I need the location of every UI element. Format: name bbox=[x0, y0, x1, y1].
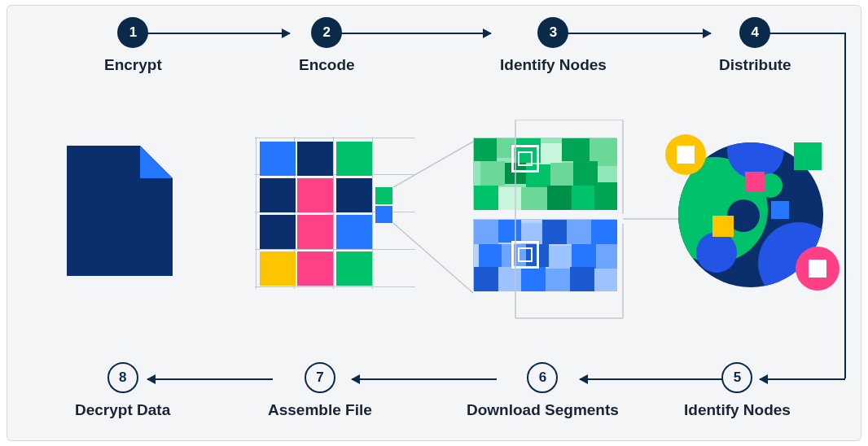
step-5: 5 Identify Nodes bbox=[684, 362, 791, 419]
arrow-6-7 bbox=[352, 378, 497, 380]
step-7: 7 Assemble File bbox=[268, 362, 372, 419]
step-1-badge: 1 bbox=[117, 17, 148, 48]
step-1: 1 Encrypt bbox=[104, 17, 162, 74]
globe-node-pink-sq bbox=[745, 172, 765, 191]
arrow-5-6 bbox=[580, 378, 722, 380]
globe-node-pink bbox=[796, 247, 840, 291]
step-4-label: Distribute bbox=[719, 56, 791, 74]
step-2-label: Encode bbox=[299, 56, 355, 74]
step-6: 6 Download Segments bbox=[467, 362, 619, 419]
step-7-badge: 7 bbox=[305, 362, 335, 393]
step-3-label: Identify Nodes bbox=[500, 56, 607, 74]
arrow-7-8 bbox=[147, 378, 273, 380]
step-3: 3 Identify Nodes bbox=[500, 17, 607, 74]
step-4: 4 Distribute bbox=[719, 17, 791, 74]
file-icon bbox=[67, 146, 173, 276]
step-5-label: Identify Nodes bbox=[684, 401, 791, 419]
globe-node-yellow bbox=[665, 134, 706, 175]
step-5-badge: 5 bbox=[721, 362, 752, 393]
globe-node-blue-sq bbox=[771, 201, 789, 219]
step-2-badge: 2 bbox=[311, 17, 342, 48]
conn-right-down bbox=[844, 33, 846, 378]
step-8-label: Decrypt Data bbox=[75, 401, 170, 419]
step-6-badge: 6 bbox=[527, 362, 558, 393]
arrow-2-3 bbox=[340, 33, 491, 34]
step-8: 8 Decrypt Data bbox=[75, 362, 170, 419]
illus-encrypt-file bbox=[67, 146, 173, 276]
step-1-label: Encrypt bbox=[104, 56, 162, 74]
illus-distribute-globe bbox=[665, 138, 836, 292]
connector-expand bbox=[393, 140, 483, 299]
illus-encode-grid bbox=[260, 142, 410, 284]
connector-bracket bbox=[512, 120, 691, 323]
globe-node-green bbox=[794, 142, 822, 170]
step-8-badge: 8 bbox=[107, 362, 138, 393]
arrow-1-2 bbox=[147, 33, 290, 34]
globe-node-yellow-sq bbox=[712, 216, 734, 237]
arrow-3-4 bbox=[563, 33, 711, 34]
step-7-label: Assemble File bbox=[268, 401, 372, 419]
step-2: 2 Encode bbox=[299, 17, 355, 74]
conn-4-right bbox=[760, 33, 845, 34]
step-6-label: Download Segments bbox=[467, 401, 619, 419]
